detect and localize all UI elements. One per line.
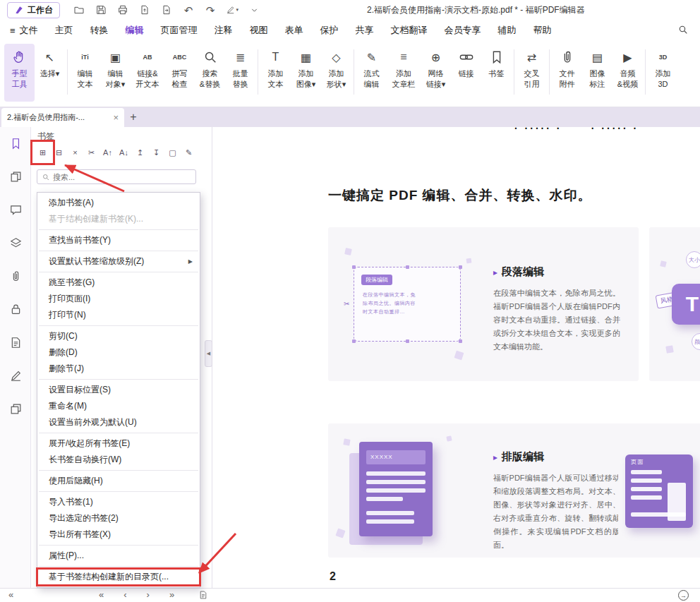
menu-item-set-destination[interactable]: 设置目标位置(S) <box>37 382 200 398</box>
menu-item-export-selected[interactable]: 导出选定的书签(2) <box>37 510 200 526</box>
sidebar-item-articles[interactable] <box>0 326 31 359</box>
open-file-button[interactable] <box>73 4 85 16</box>
sidebar-item-bookmarks[interactable] <box>0 127 31 160</box>
delete-bookmark-icon[interactable]: × <box>68 145 83 160</box>
menu-item-create-toc-from-bookmarks[interactable]: 基于书签结构创建新的目录页(... <box>37 569 200 585</box>
workspace-button[interactable]: 工作台 <box>7 2 60 18</box>
export-button[interactable] <box>138 4 151 16</box>
ribbon-tool-add-article[interactable]: ≡ 添加文章栏 <box>387 44 421 102</box>
menu-help[interactable]: 帮助 <box>533 24 552 37</box>
ribbon-tool-edit-text[interactable]: iTi 编辑文本 <box>70 44 100 102</box>
document-tab[interactable]: 2.福昕会员使用指南-... × <box>1 108 124 127</box>
menu-item-set-default-appearance[interactable]: 设置当前外观为默认(U) <box>37 414 200 431</box>
menu-item-goto-bookmark[interactable]: 跳至书签(G) <box>37 275 200 291</box>
new-bookmark-icon[interactable]: ⊞ <box>35 145 50 160</box>
menu-share[interactable]: 共享 <box>356 24 374 37</box>
ribbon-tool-add-image[interactable]: ▦ 添加图像▾ <box>291 44 321 102</box>
convert-button[interactable] <box>160 4 173 16</box>
customize-toolbar-button[interactable] <box>248 4 260 16</box>
previous-page-button[interactable]: ‹ <box>123 589 126 600</box>
menu-page-management[interactable]: 页面管理 <box>161 24 198 37</box>
redo-button[interactable]: ↷ <box>204 4 217 16</box>
menu-convert[interactable]: 转换 <box>90 24 109 37</box>
ribbon-tool-add-3d[interactable]: 3D 添加3D <box>648 44 678 102</box>
menu-item-import-bookmarks[interactable]: 导入书签(1) <box>37 494 200 510</box>
ribbon-tool-batch-replace[interactable]: ≣ 批量替换 <box>225 44 255 102</box>
decor-square <box>446 435 452 441</box>
menu-item-rename[interactable]: 重命名(M) <box>37 398 200 414</box>
sidebar-item-signatures[interactable] <box>0 359 31 392</box>
menu-item-export-all[interactable]: 导出所有书签(X) <box>37 526 200 543</box>
ribbon-tool-file-attachment[interactable]: 文件附件 <box>552 44 582 102</box>
menu-file[interactable]: ≡ 文件 <box>10 24 38 37</box>
menu-item-expand-collapse-all[interactable]: 展开/收起所有书签(E) <box>37 435 200 452</box>
ribbon-tool-audio-video[interactable]: ▶ 音频&视频 <box>612 44 643 102</box>
menu-comment[interactable]: 注释 <box>215 24 233 37</box>
menu-item-default-zoom-level[interactable]: 设置默认书签缩放级别(Z) ▶ <box>37 253 200 270</box>
menu-item-cut[interactable]: 剪切(C) <box>37 328 200 344</box>
menu-protect[interactable]: 保护 <box>320 24 339 37</box>
document-area[interactable]: · ····· · · ····· · 一键搞定 PDF 编辑、合并、转换、水印… <box>212 127 700 588</box>
next-page-button[interactable]: › <box>147 589 150 600</box>
ribbon-tool-hand[interactable]: 手型工具 <box>4 44 35 102</box>
ribbon-tool-spell-check[interactable]: ABC 拼写检查 <box>164 44 195 102</box>
export-page-icon[interactable]: ▢ <box>165 145 180 160</box>
sidebar-item-comments[interactable] <box>0 193 31 227</box>
ribbon-tool-link[interactable]: 链接 <box>451 44 481 102</box>
sidebar-item-security[interactable] <box>0 293 31 326</box>
ribbon-tool-cross-reference[interactable]: ⇄ 交叉引用 <box>517 44 547 102</box>
last-page-button[interactable]: » <box>169 589 174 600</box>
pen-tools-button[interactable]: ▾ <box>226 4 239 16</box>
save-button[interactable] <box>95 4 107 16</box>
menu-accessibility[interactable]: 辅助 <box>498 24 517 37</box>
collapse-panel-icon[interactable]: « <box>8 589 13 600</box>
menu-form[interactable]: 表单 <box>285 24 303 37</box>
menu-view[interactable]: 视图 <box>250 24 268 37</box>
ribbon-tool-bookmark[interactable]: 书签 <box>481 44 512 102</box>
print-button[interactable] <box>116 4 129 16</box>
menu-item-find-current-bookmark[interactable]: 查找当前书签(Y) <box>37 232 200 248</box>
bookmark-search-input[interactable] <box>53 173 191 181</box>
sort-up-icon[interactable]: A↑ <box>100 145 115 160</box>
ribbon-tool-web-link[interactable]: ⊕ 网络链接▾ <box>421 44 451 102</box>
menu-item-print-section[interactable]: 打印节(N) <box>37 307 200 323</box>
section-title: ▸排版编辑 <box>493 450 544 464</box>
sidebar-item-pages[interactable] <box>0 160 31 193</box>
menu-item-wrap-long-bookmarks[interactable]: 长书签自动换行(W) <box>37 452 200 468</box>
menu-item-add-bookmark[interactable]: 添加书签(A) <box>37 195 200 211</box>
sidebar-item-layers[interactable] <box>0 227 31 260</box>
menu-edit[interactable]: 编辑 <box>126 24 144 37</box>
ribbon-tool-image-annotation[interactable]: ▤ 图像标注 <box>582 44 612 102</box>
new-tab-button[interactable]: + <box>124 108 143 127</box>
menu-doc-translate[interactable]: 文档翻译 <box>391 24 428 37</box>
ribbon-tool-edit-object[interactable]: ▣ 编辑对象▾ <box>100 44 131 102</box>
sidebar-item-snapshot[interactable] <box>0 392 31 426</box>
move-down-icon[interactable]: ↧ <box>149 145 164 160</box>
ribbon-tool-select[interactable]: ↖ 选择▾ <box>35 44 65 102</box>
ribbon-tool-add-text[interactable]: T 添加文本 <box>260 44 291 102</box>
menu-item-properties[interactable]: 属性(P)... <box>37 548 200 564</box>
panel-collapse-handle[interactable]: ◀ <box>205 340 212 367</box>
cut-bookmark-icon[interactable]: ✂ <box>84 145 99 160</box>
ribbon-tool-link-join-text[interactable]: AB 链接&开文本 <box>131 44 164 102</box>
sidebar-item-attachments[interactable] <box>0 260 31 293</box>
tab-close-icon[interactable]: × <box>113 112 119 123</box>
move-up-icon[interactable]: ↥ <box>133 145 147 160</box>
ribbon-tool-search-replace[interactable]: 搜索&替换 <box>195 44 225 102</box>
menu-home[interactable]: 主页 <box>55 24 73 37</box>
first-page-button[interactable]: « <box>99 589 104 600</box>
page-thumbnail-icon[interactable] <box>198 590 208 600</box>
menu-item-delete-section[interactable]: 删除节(J) <box>37 361 200 377</box>
add-child-bookmark-icon[interactable]: ⊟ <box>52 145 66 160</box>
reader-mode-icon[interactable]: → <box>678 590 689 601</box>
undo-button[interactable]: ↶ <box>182 4 195 16</box>
menu-item-delete[interactable]: 删除(D) <box>37 344 200 361</box>
bookmark-settings-icon[interactable]: ✎ <box>181 145 196 160</box>
menu-item-hide-after-use[interactable]: 使用后隐藏(H) <box>37 473 200 489</box>
ribbon-tool-flow-edit[interactable]: ✎ 流式编辑 <box>356 44 387 102</box>
menu-item-print-pages[interactable]: 打印页面(I) <box>37 291 200 307</box>
ribbon-tool-add-shape[interactable]: ◇ 添加形状▾ <box>321 44 351 102</box>
menu-member-exclusive[interactable]: 会员专享 <box>445 24 481 37</box>
sort-down-icon[interactable]: A↓ <box>116 145 131 160</box>
menu-search-button[interactable] <box>677 24 690 37</box>
